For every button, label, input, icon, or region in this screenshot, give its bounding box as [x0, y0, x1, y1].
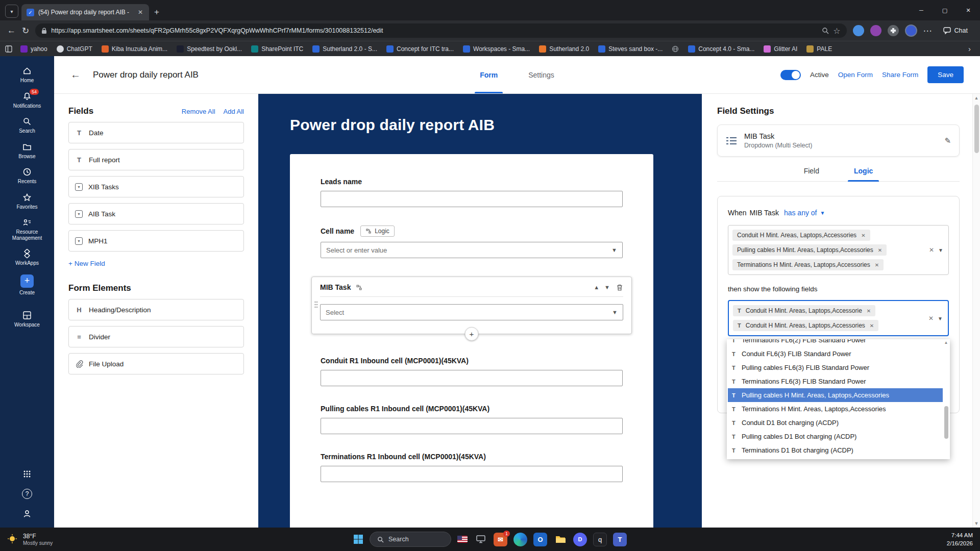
bookmark-speedtest[interactable]: Speedtest by Ookl... [173, 44, 246, 54]
element-heading-description[interactable]: HHeading/Description [68, 299, 244, 320]
sidebar-item-recents[interactable]: Recents [0, 163, 54, 189]
field-item-full-report[interactable]: TFull report [68, 149, 244, 170]
account-icon[interactable] [22, 509, 32, 518]
tab-form[interactable]: Form [478, 56, 500, 93]
chevron-down-icon[interactable]: ▼ [938, 315, 943, 321]
dropdown-option[interactable]: TTerminations D1 Bot charging (ACDP) [728, 443, 943, 457]
field-item-aib-task[interactable]: ▾AIB Task [68, 203, 244, 224]
language-flag-icon[interactable] [457, 536, 468, 543]
edit-pencil-icon[interactable]: ✎ [944, 136, 951, 145]
bookmark-chatgpt[interactable]: ChatGPT [53, 44, 96, 54]
scroll-up-icon[interactable]: ▲ [943, 340, 949, 345]
scrollbar-thumb[interactable] [944, 406, 948, 439]
scroll-down-icon[interactable]: ▼ [974, 521, 979, 526]
bookmark-glitter[interactable]: Glitter AI [760, 44, 801, 54]
clear-all-icon[interactable]: ✕ [929, 246, 934, 254]
edge-app-icon[interactable] [513, 533, 527, 546]
mib-task-selected-field[interactable]: MIB Task ▲ ▼ [311, 277, 632, 334]
app-scrollbar[interactable]: ▲ ▼ [972, 94, 980, 528]
favorite-star-icon[interactable]: ☆ [833, 26, 840, 36]
logic-chip[interactable]: Logic [360, 226, 395, 237]
terminations-input[interactable] [321, 466, 623, 482]
maximize-button[interactable]: ▢ [933, 0, 957, 20]
bookmark-sutherland2[interactable]: Sutherland 2.0 [535, 44, 593, 54]
extensions-puzzle-icon[interactable] [888, 25, 899, 36]
move-down-icon[interactable]: ▼ [604, 284, 610, 290]
tab-field[interactable]: Field [802, 167, 821, 181]
scroll-up-icon[interactable]: ▲ [974, 95, 979, 101]
condition-select[interactable]: has any of ▼ [784, 209, 825, 217]
url-input[interactable] [51, 27, 818, 34]
teams-app-icon[interactable]: T [613, 533, 627, 546]
url-bar[interactable]: ☆ [35, 23, 846, 38]
trash-icon[interactable] [616, 284, 623, 291]
sidebar-item-workspace[interactable]: Workspace [0, 307, 54, 332]
bookmark-yahoo[interactable]: yahoo [16, 44, 52, 54]
mib-task-select[interactable]: Select ▼ [320, 304, 623, 320]
bookmark-pale[interactable]: PALE [802, 44, 836, 54]
dropdown-option[interactable]: TConduit D1 Bot charging (ACDP) [728, 416, 943, 430]
bookmark-sharepoint[interactable]: SharePoint ITC [247, 44, 307, 54]
move-up-icon[interactable]: ▲ [594, 284, 599, 290]
element-file-upload[interactable]: File Upload [68, 353, 244, 374]
dropdown-scrollbar[interactable]: ▲ [943, 340, 949, 458]
bookmarks-overflow-icon[interactable]: › [964, 44, 975, 53]
close-button[interactable]: ✕ [957, 0, 980, 20]
tab-actions-icon[interactable]: ▾ [5, 5, 18, 18]
app-grid-icon[interactable] [22, 469, 32, 479]
leads-name-input[interactable] [321, 191, 623, 207]
drag-handle-icon[interactable] [314, 300, 318, 311]
browser-back-icon[interactable]: ← [7, 26, 16, 36]
dropdown-option[interactable]: TPulling cables D1 Bot charging (ACDP) [728, 430, 943, 443]
bookmark-globe[interactable] [668, 44, 683, 54]
extension-icon-1[interactable] [853, 25, 864, 36]
dropdown-option[interactable]: TConduit FL6(3) FLIB Standard Power [728, 347, 943, 361]
bookmark-concept-itc[interactable]: Concept for ITC tra... [382, 44, 458, 54]
taskbar-search[interactable]: Search [370, 532, 451, 547]
sidebar-item-resource-management[interactable]: Resource Management [0, 214, 54, 245]
browser-refresh-icon[interactable]: ↻ [22, 26, 29, 36]
chat-button[interactable]: Chat [938, 25, 973, 36]
field-item-xib-tasks[interactable]: ▾XIB Tasks [68, 176, 244, 197]
bookmark-kiba[interactable]: Kiba Inuzuka Anim... [97, 44, 172, 54]
back-arrow-icon[interactable]: ← [70, 69, 81, 81]
profile-avatar[interactable] [905, 24, 917, 37]
sidebar-item-search[interactable]: Search [0, 113, 54, 138]
share-form-link[interactable]: Share Form [882, 71, 918, 79]
discord-app-icon[interactable]: D [573, 533, 587, 546]
bookmark-concept4[interactable]: Concept 4.0 - Sma... [684, 44, 758, 54]
remove-chip-icon[interactable]: ✕ [875, 262, 879, 268]
tab-close-icon[interactable]: ✕ [137, 9, 144, 16]
condition-chip[interactable]: Pulling cables H Mint. Areas, Laptops,Ac… [732, 244, 887, 256]
new-tab-button[interactable]: + [154, 7, 159, 17]
show-field-chip[interactable]: TConduit H Mint. Areas, Laptops,Accessor… [733, 305, 875, 316]
remove-chip-icon[interactable]: ✕ [861, 233, 865, 238]
bookmark-workspaces[interactable]: Workspaces - Sma... [459, 44, 534, 54]
remove-all-link[interactable]: Remove All [182, 108, 215, 115]
tab-settings[interactable]: Settings [526, 56, 556, 93]
dropdown-option[interactable]: TTerminations H Mint. Areas, Laptops,Acc… [728, 402, 943, 416]
windows-start-icon[interactable] [353, 534, 363, 544]
bookmarks-apps-icon[interactable] [5, 45, 12, 53]
sidebar-item-notifications[interactable]: 54 Notifications [0, 88, 54, 113]
dropdown-option[interactable]: TTerminations FL6(3) FLIB Standard Power [728, 374, 943, 388]
taskbar-clock[interactable]: 7:44 AM 2/16/2026 [947, 531, 973, 547]
dropdown-option[interactable]: TTerminations FL6(2) FLIB Standard Power [728, 339, 943, 347]
open-form-link[interactable]: Open Form [838, 71, 873, 79]
add-all-link[interactable]: Add All [224, 108, 244, 115]
more-menu-icon[interactable]: ⋯ [923, 26, 932, 36]
show-fields-box[interactable]: TConduit H Mint. Areas, Laptops,Accessor… [728, 300, 949, 336]
desktop-app-icon[interactable] [474, 533, 487, 546]
new-field-link[interactable]: + New Field [68, 260, 105, 267]
remove-chip-icon[interactable]: ✕ [878, 247, 882, 253]
condition-chip[interactable]: Terminations H Mint. Areas, Laptops,Acce… [732, 259, 884, 270]
field-item-mph1[interactable]: ▾MPH1 [68, 230, 244, 252]
chevron-down-icon[interactable]: ▼ [938, 247, 943, 253]
cell-name-select[interactable]: Select or enter value ▼ [321, 242, 623, 258]
conduit-input[interactable] [321, 370, 623, 386]
minimize-button[interactable]: ─ [910, 0, 933, 20]
scrollbar-thumb[interactable] [974, 105, 979, 153]
condition-chip[interactable]: Conduit H Mint. Areas, Laptops,Accessori… [732, 230, 870, 241]
browser-tab[interactable]: ✓ (54) Power drop daily report AIB - ✕ [21, 4, 149, 20]
selected-field-card[interactable]: MIB Task Dropdown (Multi Select) ✎ [717, 124, 960, 157]
